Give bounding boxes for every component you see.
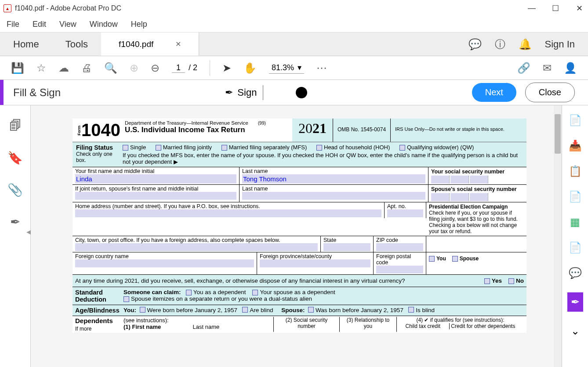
close-window-button[interactable]: ✕ [574, 4, 584, 13]
maximize-button[interactable]: ☐ [550, 4, 561, 13]
tab-document-label: f1040.pdf [119, 40, 153, 49]
sign-button[interactable]: ✒ Sign [225, 87, 257, 98]
window-title: f1040.pdf - Adobe Acrobat Pro DC [15, 4, 121, 12]
page-down-icon[interactable]: ⊖ [151, 62, 160, 74]
organize-icon[interactable]: 📄 [569, 191, 582, 203]
redact-icon[interactable]: ▦ [570, 216, 580, 228]
checkbox-you-dependent[interactable] [186, 290, 192, 295]
checkbox-hoh[interactable] [316, 145, 322, 151]
checkbox-spouse-dependent[interactable] [252, 290, 258, 295]
home-address-field[interactable] [75, 209, 381, 217]
bookmark-icon[interactable]: 🔖 [7, 151, 23, 165]
spouse-ssn-field[interactable] [431, 193, 524, 201]
fill-sign-tool-icon[interactable]: ✒ [567, 292, 583, 312]
checkbox-you-blind[interactable] [242, 307, 248, 313]
comment-tool-icon[interactable]: 💬 [569, 267, 582, 279]
page-up-icon[interactable]: ⊕ [130, 62, 138, 74]
menu-file[interactable]: File [7, 20, 19, 29]
comment-icon[interactable]: 💬 [468, 38, 482, 50]
tabbar: Home Tools f1040.pdf ✕ 💬 ⓘ 🔔 Sign In [0, 32, 588, 56]
checkbox-vc-no[interactable] [508, 278, 514, 284]
menu-view[interactable]: View [59, 20, 76, 29]
state-field[interactable] [323, 243, 370, 251]
checkbox-you-born[interactable] [140, 307, 145, 313]
close-button[interactable]: Close [525, 83, 575, 102]
checkbox-single[interactable] [123, 145, 128, 151]
cloud-upload-icon[interactable]: ☁ [58, 62, 69, 74]
attachment-icon[interactable]: 📎 [7, 183, 23, 197]
zoom-out-icon[interactable]: 🔍 [104, 62, 117, 74]
toolbar: 💾 ☆ ☁ 🖨 🔍 ⊕ ⊖ / 2 ➤ ✋ 81.3% ▾ ⋯ 🔗 ✉ 👤 [0, 56, 588, 80]
irs-use-only: IRS Use Only—Do not write or staple in t… [391, 119, 526, 142]
protect-icon[interactable]: 📄 [569, 241, 582, 254]
print-icon[interactable]: 🖨 [81, 62, 92, 74]
checkbox-spouse-itemize[interactable] [123, 296, 129, 302]
pdf-icon: ▲ [4, 4, 11, 12]
star-icon[interactable]: ☆ [36, 62, 46, 74]
save-icon[interactable]: 💾 [11, 62, 24, 74]
last-name-field[interactable]: Tong Thomson [242, 174, 425, 184]
checkbox-spouse-born[interactable] [308, 307, 314, 313]
foreign-country-field[interactable] [75, 259, 254, 267]
more-icon[interactable]: ⋯ [316, 62, 327, 74]
checkbox-mfj[interactable] [156, 145, 161, 151]
document-view[interactable]: Form1040 Department of the Treasury—Inte… [31, 105, 562, 367]
form-1040: Form1040 Department of the Treasury—Inte… [73, 119, 526, 333]
vertical-scrollbar[interactable] [554, 105, 562, 367]
color-picker[interactable] [296, 87, 307, 98]
spouse-last-field[interactable] [242, 192, 425, 200]
next-button[interactable]: Next [472, 83, 516, 102]
tab-tools[interactable]: Tools [52, 32, 101, 56]
tax-year: 2021 [292, 119, 333, 142]
chevron-down-icon[interactable]: ⌄ [571, 325, 580, 337]
checkbox-qw[interactable] [399, 145, 405, 151]
arrow-cursor-icon[interactable]: ➤ [222, 62, 231, 74]
edit-pdf-icon[interactable]: 📋 [569, 165, 582, 177]
signature-icon: ✒ [225, 87, 233, 98]
tab-document[interactable]: f1040.pdf ✕ [101, 32, 199, 56]
hand-icon[interactable]: ✋ [243, 62, 257, 74]
fill-sign-bar: Fill & Sign ✒ Sign Next Close [0, 80, 588, 105]
fill-sign-label: Fill & Sign [13, 86, 61, 99]
left-panel: 🗐 🔖 📎 ✒ ◀ [0, 105, 31, 367]
create-pdf-icon[interactable]: 📄 [569, 114, 582, 126]
minimize-button[interactable]: ― [526, 4, 537, 13]
spouse-first-field[interactable] [75, 192, 236, 200]
ssn-field[interactable] [431, 176, 524, 184]
tab-close-icon[interactable]: ✕ [175, 40, 181, 48]
page-input[interactable] [172, 63, 185, 73]
menubar: File Edit View Window Help [0, 17, 588, 32]
notifications-icon[interactable]: 🔔 [519, 38, 532, 50]
titlebar: ▲ f1040.pdf - Adobe Acrobat Pro DC ― ☐ ✕ [0, 0, 588, 17]
form-number: Form1040 [77, 120, 120, 140]
form-title: U.S. Individual Income Tax Return [125, 126, 266, 134]
checkbox-spouse-blind[interactable] [408, 307, 414, 313]
page-total: / 2 [189, 63, 197, 72]
filing-status-label: Filing Status [76, 144, 117, 151]
foreign-postal-field[interactable] [376, 266, 423, 273]
checkbox-pec-spouse[interactable] [452, 256, 458, 262]
checkbox-pec-you[interactable] [429, 256, 435, 262]
city-field[interactable] [75, 243, 318, 251]
checkbox-mfs[interactable] [221, 145, 227, 151]
first-name-field[interactable]: Linda [75, 174, 236, 184]
thumbnails-icon[interactable]: 🗐 [9, 119, 22, 133]
signature-panel-icon[interactable]: ✒ [10, 215, 20, 229]
export-pdf-icon[interactable]: 📥 [569, 140, 582, 152]
omb-number: OMB No. 1545-0074 [333, 119, 391, 142]
mail-icon[interactable]: ✉ [543, 62, 552, 74]
menu-edit[interactable]: Edit [33, 20, 46, 29]
tab-home[interactable]: Home [0, 32, 52, 56]
menu-window[interactable]: Window [90, 20, 118, 29]
chevron-down-icon: ▾ [298, 63, 301, 72]
link-icon[interactable]: 🔗 [517, 62, 530, 74]
sign-in-button[interactable]: Sign In [545, 39, 575, 50]
menu-help[interactable]: Help [131, 20, 147, 29]
add-person-icon[interactable]: 👤 [564, 62, 577, 74]
zoom-select[interactable]: 81.3% ▾ [269, 62, 304, 74]
help-icon[interactable]: ⓘ [495, 37, 505, 51]
apt-field[interactable] [387, 209, 423, 217]
zip-field[interactable] [376, 243, 423, 251]
checkbox-vc-yes[interactable] [484, 278, 490, 284]
foreign-prov-field[interactable] [260, 259, 370, 267]
